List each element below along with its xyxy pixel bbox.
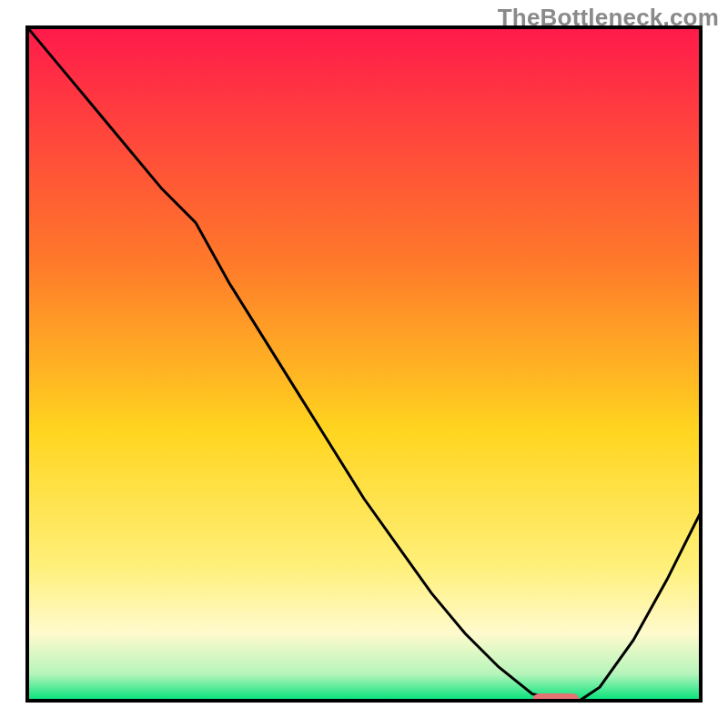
chart-container: TheBottleneck.com: [0, 0, 728, 728]
chart-svg: [0, 0, 728, 728]
gradient-background: [27, 27, 701, 701]
watermark-text: TheBottleneck.com: [498, 4, 719, 32]
